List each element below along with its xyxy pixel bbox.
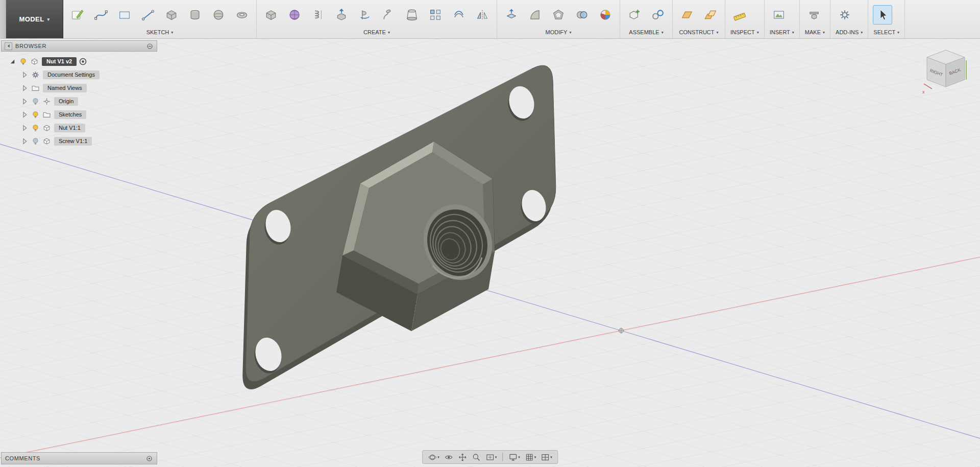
toolbar-menu-create[interactable]: CREATE▾ [262, 28, 492, 38]
shell-icon[interactable] [549, 6, 568, 24]
expander-collapsed-icon[interactable] [20, 124, 29, 132]
expander-expanded-icon[interactable] [8, 57, 17, 66]
toolbar-group-select: SELECT▾ [868, 0, 905, 38]
expander-collapsed-icon[interactable] [20, 137, 29, 146]
toolbar-menu-insert[interactable]: INSERT▾ [770, 28, 794, 38]
create-form-icon[interactable] [285, 6, 304, 24]
browser-item-label[interactable]: Screw V1:1 [54, 137, 92, 146]
visibility-bulb-on-icon[interactable] [18, 57, 28, 66]
grid-and-snaps-button[interactable]: ▾ [523, 451, 538, 463]
box-icon[interactable] [162, 6, 181, 24]
offset-plane-icon[interactable] [678, 6, 696, 24]
expander-collapsed-icon[interactable] [20, 97, 29, 106]
browser-item-label[interactable]: Nut V1 v2 [42, 57, 77, 66]
visibility-bulb-off-icon[interactable] [31, 97, 40, 106]
insert-canvas-icon[interactable] [770, 6, 788, 24]
browser-minimize-icon[interactable] [146, 42, 154, 50]
pan-button[interactable] [456, 451, 469, 463]
sphere-icon[interactable] [209, 6, 228, 24]
toolbar-menu-modify[interactable]: MODIFY▾ [502, 28, 615, 38]
browser-row[interactable]: Document Settings [1, 68, 157, 81]
browser-item-label[interactable]: Sketches [54, 110, 86, 119]
toolbar-menu-select[interactable]: SELECT▾ [873, 28, 899, 38]
loft-icon[interactable] [403, 6, 421, 24]
joint-icon[interactable] [649, 6, 667, 24]
orbit-button[interactable]: ▾ [426, 451, 441, 463]
caret-down-icon: ▾ [569, 30, 571, 35]
workspace-selector-button[interactable]: MODEL ▾ [6, 0, 63, 38]
coil-icon[interactable] [309, 6, 327, 24]
browser-row[interactable]: Screw V1:1 [1, 134, 157, 148]
line-icon[interactable] [139, 6, 157, 24]
caret-down-icon: ▾ [437, 455, 439, 459]
pattern-icon[interactable] [426, 6, 445, 24]
toolbar-menu-make[interactable]: MAKE▾ [805, 28, 825, 38]
toolbar-group-make: MAKE▾ [800, 0, 830, 38]
toolbar-menu-inspect[interactable]: INSPECT▾ [730, 28, 759, 38]
toolbar-menu-label: CREATE [363, 29, 386, 35]
component-icon [42, 136, 52, 146]
select-cursor-icon[interactable] [873, 6, 892, 24]
expander-collapsed-icon[interactable] [20, 71, 29, 79]
toolbar-menu-label: MODIFY [546, 29, 568, 35]
caret-down-icon: ▾ [495, 455, 497, 459]
scripts-addins-icon[interactable] [836, 6, 854, 24]
comments-indicator-icon[interactable] [145, 455, 153, 462]
caret-down-icon: ▾ [823, 30, 825, 35]
viewports-button[interactable]: ▾ [539, 451, 554, 463]
toolbar-menu-assemble[interactable]: ASSEMBLE▾ [625, 28, 667, 38]
expander-collapsed-icon[interactable] [20, 84, 29, 92]
display-settings-button[interactable]: ▾ [507, 451, 522, 463]
browser-header[interactable]: BROWSER [1, 40, 157, 52]
revolve-icon[interactable] [356, 6, 374, 24]
browser-item-label[interactable]: Nut V1:1 [54, 124, 85, 132]
box-icon[interactable] [262, 6, 280, 24]
browser-item-label[interactable]: Named Views [43, 84, 87, 92]
browser-item-label[interactable]: Document Settings [43, 71, 100, 79]
visibility-bulb-on-icon[interactable] [31, 110, 40, 120]
measure-icon[interactable] [730, 6, 749, 24]
expander-collapsed-icon[interactable] [20, 110, 29, 119]
browser-row[interactable]: Named Views [1, 81, 157, 95]
view-cube[interactable]: RIGHT BACK x [918, 45, 975, 102]
browser-item-label[interactable]: Origin [54, 97, 78, 106]
browser-row[interactable]: Sketches [1, 108, 157, 121]
visibility-bulb-on-icon[interactable] [31, 123, 40, 133]
extrude-icon[interactable] [332, 6, 351, 24]
browser-row[interactable]: Nut V1:1 [1, 121, 157, 134]
viewcube-x-axis [924, 84, 932, 89]
thicken-icon[interactable] [450, 6, 468, 24]
combine-icon[interactable] [573, 6, 591, 24]
fillet-icon[interactable] [526, 6, 544, 24]
create-sketch-icon[interactable] [68, 6, 87, 24]
browser-row[interactable]: Origin [1, 95, 157, 108]
toolbar-menu-add-ins[interactable]: ADD-INS▾ [836, 28, 863, 38]
torus-icon[interactable] [233, 6, 251, 24]
look-at-button[interactable] [443, 451, 455, 463]
comments-bar[interactable]: COMMENTS [1, 452, 157, 464]
press-pull-icon[interactable] [502, 6, 521, 24]
browser-root-row[interactable]: Nut V1 v2 [1, 55, 157, 68]
browser-collapse-arrow-icon[interactable] [5, 42, 12, 50]
sweep-icon[interactable] [379, 6, 398, 24]
cylinder-icon[interactable] [186, 6, 204, 24]
zoom-button[interactable] [470, 451, 482, 463]
midplane-icon[interactable] [701, 6, 720, 24]
visibility-bulb-off-icon[interactable] [31, 136, 40, 146]
browser-title: BROWSER [15, 43, 143, 49]
print-3d-icon[interactable] [805, 6, 823, 24]
ground-icon [78, 57, 88, 66]
rectangle-icon[interactable] [115, 6, 134, 24]
toolbar-menu-sketch[interactable]: SKETCH▾ [68, 28, 251, 38]
mirror-icon[interactable] [473, 6, 492, 24]
fit-button[interactable]: ▾ [484, 451, 499, 463]
appearance-icon[interactable] [596, 6, 615, 24]
caret-down-icon: ▾ [550, 455, 552, 459]
viewport[interactable]: RIGHT BACK x BROWSER Nut V1 v2Document S… [0, 39, 980, 467]
toolbar-group-assemble: ASSEMBLE▾ [620, 0, 673, 38]
toolbar-menu-construct[interactable]: CONSTRUCT▾ [678, 28, 720, 38]
new-component-icon[interactable] [625, 6, 644, 24]
spline-icon[interactable] [92, 6, 110, 24]
toolbar-menu-label: SKETCH [146, 29, 169, 35]
folder-icon [31, 83, 40, 93]
